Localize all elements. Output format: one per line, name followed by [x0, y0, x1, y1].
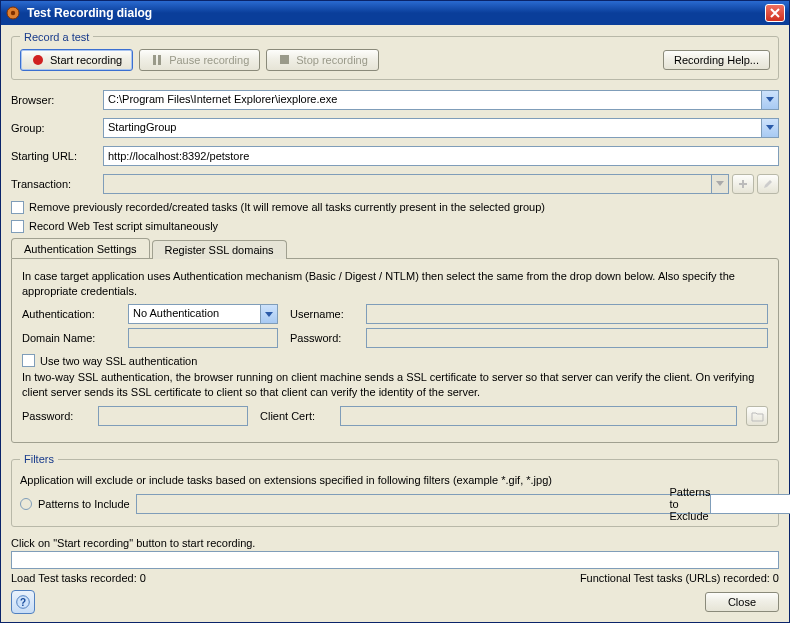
transaction-value	[104, 175, 711, 193]
pause-recording-button[interactable]: Pause recording	[139, 49, 260, 71]
browser-dropdown-button[interactable]	[761, 91, 778, 109]
tab-register-ssl-domains[interactable]: Register SSL domains	[152, 240, 287, 259]
stop-recording-label: Stop recording	[296, 54, 368, 66]
group-label: Group:	[11, 122, 103, 134]
two-way-ssl-label: Use two way SSL authentication	[40, 355, 197, 367]
tabs: Authentication Settings Register SSL dom…	[11, 238, 779, 258]
client-cert-input[interactable]	[340, 406, 737, 426]
patterns-exclude-radio[interactable]: Patterns to Exclude	[758, 498, 770, 510]
load-test-stats: Load Test tasks recorded: 0	[11, 572, 146, 584]
functional-test-stats: Functional Test tasks (URLs) recorded: 0	[580, 572, 779, 584]
help-button[interactable]: ?	[11, 590, 35, 614]
record-a-test-group: Record a test Start recording Pause reco…	[11, 31, 779, 80]
tab-ssl-label: Register SSL domains	[165, 244, 274, 256]
patterns-exclude-label: Patterns to Exclude	[670, 486, 711, 522]
patterns-exclude-input[interactable]	[710, 494, 790, 514]
chevron-down-icon	[766, 125, 774, 130]
recording-help-label: Recording Help...	[674, 54, 759, 66]
stop-icon	[277, 53, 291, 67]
start-recording-label: Start recording	[50, 54, 122, 66]
transaction-combo[interactable]	[103, 174, 729, 194]
filters-legend: Filters	[20, 453, 58, 465]
status-hint: Click on "Start recording" button to sta…	[11, 537, 779, 549]
domain-name-label: Domain Name:	[22, 332, 122, 344]
auth-intro: In case target application uses Authenti…	[22, 269, 768, 299]
app-icon	[5, 5, 21, 21]
client-cert-browse-button[interactable]	[746, 406, 768, 426]
authentication-value: No Authentication	[129, 305, 260, 323]
browser-label: Browser:	[11, 94, 103, 106]
filters-description: Application will exclude or include task…	[20, 473, 770, 488]
stop-recording-button[interactable]: Stop recording	[266, 49, 379, 71]
transaction-edit-button[interactable]	[757, 174, 779, 194]
pause-recording-label: Pause recording	[169, 54, 249, 66]
authentication-label: Authentication:	[22, 308, 122, 320]
authentication-dropdown-button[interactable]	[260, 305, 277, 323]
window-close-button[interactable]	[765, 4, 785, 22]
close-button[interactable]: Close	[705, 592, 779, 612]
client-cert-label: Client Cert:	[260, 410, 334, 422]
authentication-combo[interactable]: No Authentication	[128, 304, 278, 324]
transaction-label: Transaction:	[11, 178, 103, 190]
help-icon: ?	[16, 595, 30, 609]
transaction-dropdown-button[interactable]	[711, 175, 728, 193]
close-label: Close	[728, 596, 756, 608]
group-combo[interactable]: StartingGroup	[103, 118, 779, 138]
record-legend: Record a test	[20, 31, 93, 43]
pause-icon	[150, 53, 164, 67]
progress-bar	[11, 551, 779, 569]
two-way-ssl-description: In two-way SSL authentication, the brows…	[22, 370, 768, 400]
patterns-include-input[interactable]	[136, 494, 734, 514]
username-input[interactable]	[366, 304, 768, 324]
browser-combo[interactable]: C:\Program Files\Internet Explorer\iexpl…	[103, 90, 779, 110]
remove-tasks-checkbox[interactable]	[11, 201, 24, 214]
chevron-down-icon	[716, 181, 724, 186]
domain-name-input[interactable]	[128, 328, 278, 348]
filters-group: Filters Application will exclude or incl…	[11, 453, 779, 527]
svg-point-1	[11, 11, 15, 15]
starting-url-label: Starting URL:	[11, 150, 103, 162]
pencil-icon	[762, 178, 774, 190]
authentication-panel: In case target application uses Authenti…	[11, 258, 779, 443]
recording-help-button[interactable]: Recording Help...	[663, 50, 770, 70]
patterns-include-label: Patterns to Include	[38, 498, 130, 510]
password-input[interactable]	[366, 328, 768, 348]
dialog-window: Test Recording dialog Record a test Star…	[0, 0, 790, 623]
username-label: Username:	[290, 308, 360, 320]
svg-text:?: ?	[20, 597, 26, 608]
folder-icon	[751, 411, 764, 422]
patterns-include-radio[interactable]	[20, 498, 32, 510]
record-web-test-label: Record Web Test script simultaneously	[29, 220, 218, 232]
chevron-down-icon	[766, 97, 774, 102]
record-web-test-checkbox[interactable]	[11, 220, 24, 233]
password-label: Password:	[290, 332, 360, 344]
starting-url-input[interactable]	[103, 146, 779, 166]
record-icon	[31, 53, 45, 67]
ssl-password-label: Password:	[22, 410, 92, 422]
window-title: Test Recording dialog	[27, 6, 765, 20]
chevron-down-icon	[265, 312, 273, 317]
tab-auth-label: Authentication Settings	[24, 243, 137, 255]
tab-authentication-settings[interactable]: Authentication Settings	[11, 238, 150, 258]
plus-icon	[737, 178, 749, 190]
start-recording-button[interactable]: Start recording	[20, 49, 133, 71]
two-way-ssl-checkbox[interactable]	[22, 354, 35, 367]
browser-value: C:\Program Files\Internet Explorer\iexpl…	[104, 91, 761, 109]
dialog-content: Record a test Start recording Pause reco…	[1, 25, 789, 622]
titlebar: Test Recording dialog	[1, 1, 789, 25]
group-dropdown-button[interactable]	[761, 119, 778, 137]
ssl-password-input[interactable]	[98, 406, 248, 426]
group-value: StartingGroup	[104, 119, 761, 137]
remove-tasks-label: Remove previously recorded/created tasks…	[29, 201, 545, 213]
transaction-add-button[interactable]	[732, 174, 754, 194]
